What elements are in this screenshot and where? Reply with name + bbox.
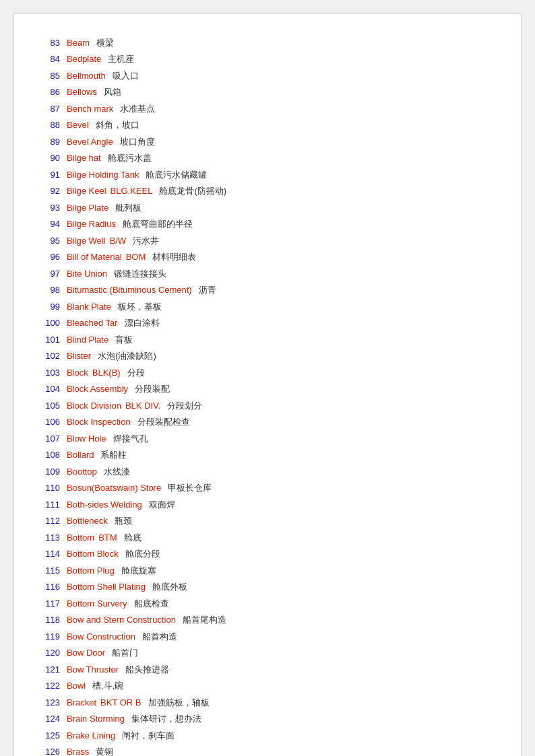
table-row: 91Bilge Holding Tank舱底污水储藏罐 — [41, 166, 494, 183]
entries-list: 83Beam横梁84Bedplate主机座85Bellmouth吸入口86Bel… — [41, 34, 494, 756]
table-row: 109Boottop水线漆 — [41, 463, 494, 480]
entry-abbreviation: BKT OR B — [100, 696, 141, 710]
entry-term: Bottleneck — [67, 514, 108, 528]
table-row: 89Bevel Angle坡口角度 — [41, 133, 494, 150]
table-row: 108Bollard系船柱 — [41, 447, 494, 464]
entry-number: 102 — [41, 349, 67, 363]
table-row: 110Bosun(Boatswain) Store甲板长仓库 — [41, 480, 494, 497]
table-row: 106Block Inspection分段装配检查 — [41, 414, 494, 431]
entry-term: Bilge Keel — [67, 184, 106, 198]
table-row: 92Bilge KeelBLG.KEEL舱底龙骨(防摇动) — [41, 183, 494, 200]
table-row: 84Bedplate主机座 — [41, 51, 494, 68]
entry-term: Bottom Plug — [67, 564, 115, 578]
entry-number: 101 — [41, 333, 67, 347]
entry-number: 119 — [41, 630, 67, 644]
entry-definition: 水线漆 — [104, 465, 130, 479]
table-row: 97Bite Union锻缝连接接头 — [41, 265, 494, 282]
entry-term: Blank Plate — [67, 300, 111, 314]
entry-number: 110 — [41, 481, 67, 495]
table-row: 99Blank Plate板坯，基板 — [41, 298, 494, 315]
entry-term: Bevel — [67, 118, 89, 132]
entry-definition: 主机座 — [108, 53, 134, 66]
entry-number: 88 — [41, 118, 67, 132]
entry-term: Bellmouth — [67, 69, 106, 83]
table-row: 111Both-sides Welding双面焊 — [41, 496, 494, 513]
entry-term: Block Inspection — [67, 415, 131, 429]
table-row: 100Bleached Tar漂白涂料 — [41, 315, 494, 332]
entry-number: 107 — [41, 432, 67, 446]
entry-number: 120 — [41, 646, 67, 660]
table-row: 101Blind Plate盲板 — [41, 331, 494, 348]
entry-term: Bottom Survery — [67, 597, 127, 611]
entry-number: 113 — [41, 531, 67, 545]
entry-number: 112 — [41, 514, 67, 528]
entry-definition: 分段划分 — [167, 399, 202, 413]
entry-abbreviation: BTM — [98, 531, 117, 545]
table-row: 86Bellows风箱 — [41, 84, 494, 101]
entry-term: Bitumastic (Bituminous Cement) — [67, 283, 192, 297]
entry-term: Bilge Radius — [67, 217, 116, 231]
table-row: 125Brake Lining闸衬，刹车面 — [41, 727, 494, 744]
table-row: 117Bottom Survery船底检查 — [41, 595, 494, 612]
entry-definition: 舱底旋塞 — [121, 564, 156, 578]
entry-definition: 漂白涂料 — [125, 316, 160, 330]
entry-definition: 舱底污水储藏罐 — [146, 168, 207, 182]
entry-number: 116 — [41, 580, 67, 594]
entry-term: Bleached Tar — [67, 316, 118, 330]
entry-definition: 闸衬，刹车面 — [122, 729, 175, 743]
entry-number: 106 — [41, 415, 67, 429]
table-row: 93Bilge Plate舭列板 — [41, 199, 494, 216]
entry-number: 111 — [41, 498, 67, 512]
entry-term: Bilge Well — [67, 234, 106, 248]
entry-definition: 双面焊 — [149, 498, 175, 512]
entry-definition: 焊接气孔 — [113, 432, 148, 446]
table-row: 85Bellmouth吸入口 — [41, 67, 494, 84]
table-row: 98Bitumastic (Bituminous Cement)沥青 — [41, 282, 494, 299]
entry-term: Boottop — [67, 465, 97, 479]
table-row: 103BlockBLK(B)分段 — [41, 364, 494, 381]
entry-definition: 锻缝连接接头 — [114, 267, 166, 281]
entry-term: Beam — [67, 36, 90, 50]
entry-term: Bench mark — [67, 102, 113, 116]
entry-number: 104 — [41, 382, 67, 396]
entry-term: Bilge Plate — [67, 201, 108, 215]
entry-definition: 水准基点 — [120, 102, 155, 116]
table-row: 121Bow Thruster船头推进器 — [41, 661, 494, 678]
entry-term: Bellows — [67, 85, 97, 99]
table-row: 119Bow Construction船首构造 — [41, 628, 494, 645]
entry-term: Block Division — [67, 399, 121, 413]
entry-definition: 船首尾构造 — [183, 613, 226, 627]
entry-term: Block — [67, 366, 88, 380]
entry-term: Blister — [67, 349, 91, 363]
table-row: 107Blow Hole焊接气孔 — [41, 430, 494, 447]
entry-number: 95 — [41, 234, 67, 248]
table-row: 102Blister水泡(油漆缺陷) — [41, 348, 494, 365]
entry-term: Blow Hole — [67, 432, 106, 446]
entry-number: 109 — [41, 465, 67, 479]
entry-number: 84 — [41, 53, 67, 66]
entry-number: 91 — [41, 168, 67, 182]
entry-definition: 水泡(油漆缺陷) — [98, 349, 156, 363]
table-row: 118Bow and Stern Construction船首尾构造 — [41, 612, 494, 629]
table-row: 96Bill of MaterialBOM材料明细表 — [41, 249, 494, 266]
entry-abbreviation: BLK(B) — [92, 366, 121, 380]
entry-term: Bosun(Boatswain) Store — [67, 481, 161, 495]
entry-abbreviation: B/W — [110, 234, 127, 248]
table-row: 95Bilge WellB/W污水井 — [41, 232, 494, 249]
entry-term: Bollard — [67, 448, 94, 462]
entry-number: 93 — [41, 201, 67, 215]
entry-abbreviation: BOM — [126, 250, 146, 264]
main-page: 83Beam横梁84Bedplate主机座85Bellmouth吸入口86Bel… — [13, 13, 522, 756]
entry-number: 92 — [41, 184, 67, 198]
table-row: 87Bench mark水准基点 — [41, 100, 494, 117]
entry-term: Brake Lining — [67, 729, 115, 743]
table-row: 88Bevel斜角，坡口 — [41, 117, 494, 134]
entry-definition: 分段装配 — [135, 382, 170, 396]
entry-definition: 斜角，坡口 — [96, 118, 139, 132]
entry-definition: 沥青 — [199, 283, 216, 297]
entry-abbreviation: BLG.KEEL — [111, 184, 153, 198]
entry-definition: 横梁 — [96, 36, 114, 50]
entry-number: 122 — [41, 679, 67, 693]
entry-term: Bracket — [67, 696, 96, 710]
entry-term: Block Assembly — [67, 382, 128, 396]
